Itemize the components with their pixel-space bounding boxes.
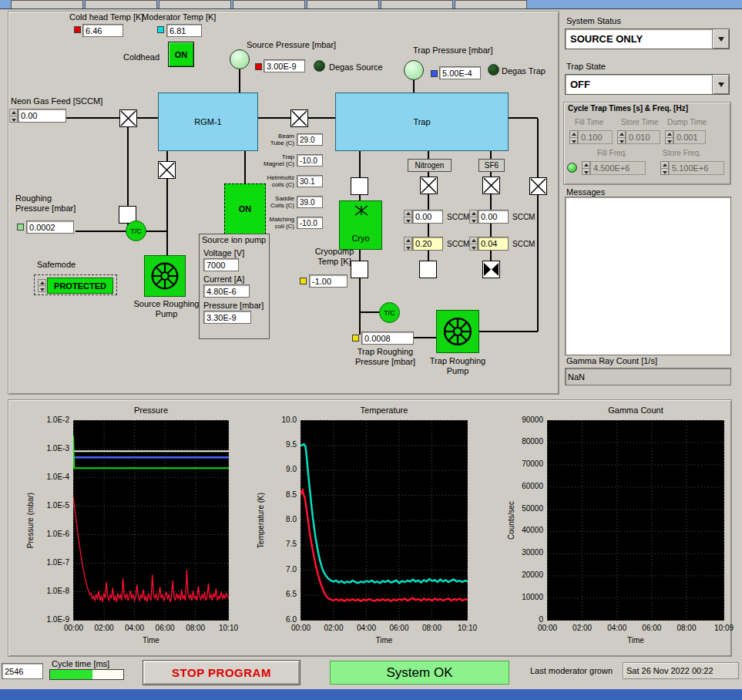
trap-state-dropdown[interactable]: OFF [565,74,730,95]
pipe [76,231,168,232]
store-freq-input[interactable]: 5.100E+6 [669,161,724,175]
sf6-flow-input[interactable]: 0.00 [478,210,509,224]
valve-nitrogen[interactable] [420,177,438,194]
valve-neon-inlet[interactable] [119,109,137,127]
ion-pump-voltage-value: 7000 [203,258,239,271]
nitrogen-flow-input[interactable]: 0.00 [412,210,443,224]
cold-head-legend-swatch [74,26,81,33]
y-tick: 50000 [522,504,543,513]
x-axis-label: Time [300,636,468,644]
nitrogen-tag: Nitrogen [408,159,452,172]
chart-temperature: 10.09.59.08.58.07.57.06.56.000:0002:0004… [300,420,468,621]
ion-pump-pressure-label: Pressure [mbar] [203,301,264,311]
valve-sf6[interactable] [482,177,500,194]
nitrogen-flow2-stepper[interactable] [404,237,412,251]
nitrogen-flow-stepper[interactable] [404,210,412,224]
valve-sf6-closed[interactable] [482,261,500,278]
stop-program-button[interactable]: STOP PROGRAM [143,661,300,685]
safemode-stepper[interactable] [38,279,46,292]
nitrogen-flow-readback[interactable]: 0.20 [412,237,443,251]
trap-pressure-value: 5.00E-4 [439,66,481,79]
trap-roughing-pressure-label: Trap Roughing Pressure [mbar] [339,347,431,367]
cold-head-temp-value: 6.46 [82,24,123,37]
tab[interactable] [307,0,379,8]
valve-square-nitrogen-bottom[interactable] [419,261,437,278]
bottom-strip [0,689,742,700]
tab[interactable] [455,0,527,8]
pipe [244,151,246,183]
safemode-control[interactable]: PROTECTED [34,274,117,295]
system-status-label: System Status [566,16,621,26]
y-tick: 40000 [522,526,543,534]
system-status-dropdown-button[interactable] [712,29,729,49]
source-pressure-gauge-icon [230,49,250,69]
trap-magnet-label: Trap Magnet (C) [260,153,294,167]
safemode-value[interactable]: PROTECTED [47,278,113,294]
cycle-led[interactable] [567,163,577,173]
cryo-pump[interactable]: Cryo [339,200,382,250]
chevron-down-icon [718,82,724,87]
degas-trap-led[interactable] [488,64,499,76]
plot-area [547,420,724,621]
pipe [258,117,290,119]
degas-source-label: Degas Source [329,62,383,72]
store-time-stepper[interactable] [617,130,626,144]
sf6-flow-readback[interactable]: 0.04 [478,237,509,251]
valve-source-roughing[interactable] [158,161,176,179]
cycle-time-progress-fill [50,670,92,679]
y-tick: 60000 [522,482,543,490]
y-tick: 9.0 [286,465,297,473]
store-freq-label: Store Freq. [663,149,701,158]
source-roughing-pump[interactable] [144,255,186,297]
y-tick: 8.5 [286,490,297,499]
sf6-flow-stepper[interactable] [469,210,478,224]
x-tick: 06:00 [382,624,416,632]
y-tick: 6.0 [286,615,297,624]
dump-time-stepper[interactable] [665,130,673,144]
trap-roughing-pump[interactable] [436,310,479,353]
tab[interactable] [11,0,83,8]
tab[interactable] [85,0,157,8]
tab[interactable] [159,0,231,8]
roughing-pressure-label: Roughing Pressure [mbar] [15,194,76,214]
roughing-pressure-value: 0.0002 [26,220,74,234]
store-freq-stepper[interactable] [660,161,669,175]
chart-gamma: 9000080000700006000050000400003000020000… [547,420,724,621]
matching-coil-value: -10.0 [297,217,323,229]
fill-freq-label: Fill Freq. [597,149,627,158]
y-tick: 80000 [522,437,543,446]
x-tick: 02:00 [317,624,351,632]
y-tick: 30000 [522,548,543,557]
valve-rgm1-trap[interactable] [290,109,308,127]
nitrogen-flow-unit: SCCM [447,213,469,222]
y-axis-label: Pressure (mbar) [26,493,35,548]
trap-state-dropdown-button[interactable] [712,75,729,94]
coldhead-on-button[interactable]: ON [168,42,194,67]
x-tick: 06:00 [148,624,182,632]
cycle-time-value: 2546 [2,663,43,679]
tab[interactable] [233,0,305,8]
store-time-input[interactable]: 0.010 [626,130,660,144]
valve-square-cryo-top[interactable] [351,177,368,195]
neon-feed-stepper[interactable] [9,109,18,123]
dump-time-input[interactable]: 0.001 [673,130,706,144]
tab[interactable] [381,0,453,8]
valve-trap-roughing[interactable] [529,177,547,195]
cryo-label: Cryo [340,234,381,244]
magnet-on-button[interactable]: ON [224,183,266,234]
x-tick: 06:00 [635,624,669,632]
degas-source-led[interactable] [314,60,325,72]
neon-feed-input[interactable]: 0.00 [18,109,66,123]
fill-time-stepper[interactable] [569,130,578,144]
fill-time-input[interactable]: 0.100 [578,130,613,144]
y-tick: 1.0E-3 [47,444,69,453]
y-tick: 1.0E-7 [47,558,69,567]
fill-freq-input[interactable]: 4.500E+6 [590,161,646,175]
fill-freq-stepper[interactable] [582,161,590,175]
dump-time-label: Dump Time [667,118,707,127]
pipe [137,117,158,119]
system-status-dropdown[interactable]: SOURCE ONLY [565,29,730,49]
cold-head-temp-label: Cold head Temp [K] [69,12,143,22]
sf6-flow2-stepper[interactable] [469,237,478,251]
trap-roughing-pressure-value: 0.0008 [361,331,414,345]
